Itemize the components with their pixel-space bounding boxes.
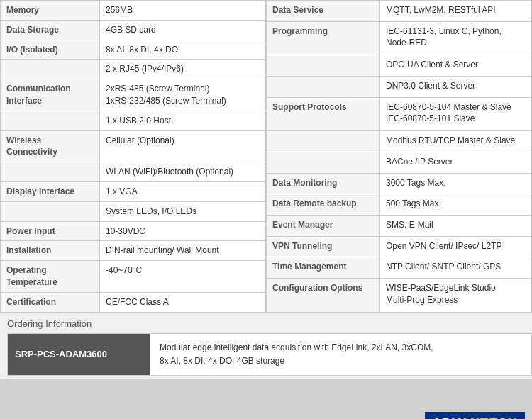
table-row: Event ManagerSMS, E-Mail bbox=[267, 215, 532, 236]
spec-label: Time Management bbox=[267, 257, 380, 279]
ordering-section: Ordering Information SRP-PCS-ADAM3600 Mo… bbox=[0, 313, 532, 379]
table-row: I/O (Isolated)8x AI, 8x DI, 4x DO bbox=[1, 40, 266, 60]
ordering-desc-line1: Modular edge intelligent data acquisitio… bbox=[160, 342, 433, 352]
table-row: System LEDs, I/O LEDs bbox=[1, 201, 266, 221]
logo-adv: ADV bbox=[432, 416, 460, 419]
table-row: Modbus RTU/TCP Master & Slave bbox=[267, 131, 532, 152]
spec-value: OPC-UA Client & Server bbox=[380, 55, 532, 77]
ordering-sku: SRP-PCS-ADAM3600 bbox=[8, 334, 150, 375]
spec-label: Display Interface bbox=[1, 181, 100, 201]
table-row: Data Monitoring3000 Tags Max. bbox=[267, 173, 532, 194]
table-row: Power Input10-30VDC bbox=[1, 221, 266, 241]
table-row: Wireless ConnectivityCellular (Optional) bbox=[1, 130, 266, 162]
table-row: Data Remote backup500 Tags Max. bbox=[267, 194, 532, 216]
spec-value: Cellular (Optional) bbox=[100, 130, 266, 162]
ordering-row: SRP-PCS-ADAM3600 Modular edge intelligen… bbox=[7, 333, 532, 376]
ordering-desc-line2: 8x AI, 8x DI, 4x DO, 4GB storage bbox=[160, 356, 284, 366]
table-row: VPN TunnelingOpen VPN Client/ IPsec/ L2T… bbox=[267, 236, 532, 257]
table-row: Data ServiceMQTT, LwM2M, RESTful API bbox=[267, 1, 532, 22]
spec-label bbox=[267, 152, 380, 173]
spec-label: Memory bbox=[1, 1, 100, 21]
table-row: Time ManagementNTP Client/ SNTP Client/ … bbox=[267, 257, 532, 279]
spec-value: WISE-PaaS/EdgeLink StudioMulti-Prog Expr… bbox=[380, 278, 532, 312]
spec-value: 500 Tags Max. bbox=[380, 194, 532, 216]
spec-value: Modbus RTU/TCP Master & Slave bbox=[380, 131, 532, 152]
logo-brand: ADVANTECH bbox=[432, 416, 518, 419]
spec-value: BACnet/IP Server bbox=[380, 152, 532, 173]
spec-value: WLAN (WiFi)/Bluetooth (Optional) bbox=[100, 162, 266, 182]
spec-value: 10-30VDC bbox=[100, 221, 266, 241]
table-row: WLAN (WiFi)/Bluetooth (Optional) bbox=[1, 162, 266, 182]
spec-tables: Memory256MBData Storage4GB SD cardI/O (I… bbox=[0, 0, 532, 313]
spec-label-empty bbox=[1, 60, 100, 79]
table-row: ProgrammingIEC-61131-3, Linux C, Python,… bbox=[267, 21, 532, 55]
spec-label bbox=[267, 131, 380, 152]
spec-label: Data Service bbox=[267, 1, 380, 22]
spec-value: MQTT, LwM2M, RESTful API bbox=[380, 1, 532, 22]
spec-value: IEC-60870-5-104 Master & SlaveIEC-60870-… bbox=[380, 97, 532, 131]
spec-value: 1 x VGA bbox=[100, 181, 266, 201]
spec-label: Power Input bbox=[1, 221, 100, 241]
spec-value: System LEDs, I/O LEDs bbox=[100, 201, 266, 221]
logo-antech: ANTECH bbox=[460, 416, 518, 419]
spec-value: 256MB bbox=[100, 1, 266, 21]
spec-label: Wireless Connectivity bbox=[1, 130, 100, 162]
table-row: Configuration OptionsWISE-PaaS/EdgeLink … bbox=[267, 278, 532, 312]
spec-value: 1 x USB 2.0 Host bbox=[100, 111, 266, 130]
left-spec-table: Memory256MBData Storage4GB SD cardI/O (I… bbox=[0, 0, 266, 313]
spec-value: IEC-61131-3, Linux C, Python, Node-RED bbox=[380, 21, 532, 55]
spec-value: 2 x RJ45 (IPv4/IPv6) bbox=[100, 60, 266, 79]
spec-value: -40~70°C bbox=[100, 261, 266, 293]
table-row: Support ProtocolsIEC-60870-5-104 Master … bbox=[267, 97, 532, 131]
spec-label: Operating Temperature bbox=[1, 261, 100, 293]
spec-label: Support Protocols bbox=[267, 97, 380, 131]
ordering-desc: Modular edge intelligent data acquisitio… bbox=[150, 334, 443, 375]
spec-value: SMS, E-Mail bbox=[380, 215, 532, 236]
table-row: DNP3.0 Client & Server bbox=[267, 76, 532, 97]
spec-label: Configuration Options bbox=[267, 278, 380, 312]
spec-label bbox=[267, 76, 380, 97]
spec-label: Programming bbox=[267, 21, 380, 55]
table-row: Communication Interface2xRS-485 (Screw T… bbox=[1, 79, 266, 111]
spec-label-empty bbox=[1, 201, 100, 221]
right-spec-table: Data ServiceMQTT, LwM2M, RESTful APIProg… bbox=[266, 0, 532, 313]
spec-label: Certification bbox=[1, 292, 100, 312]
table-row: InstallationDIN-rail mounting/ Wall Moun… bbox=[1, 241, 266, 261]
spec-label: I/O (Isolated) bbox=[1, 40, 100, 60]
spec-value: 2xRS-485 (Screw Terminal)1xRS-232/485 (S… bbox=[100, 79, 266, 111]
spec-value: CE/FCC Class A bbox=[100, 292, 266, 312]
spec-label-empty bbox=[1, 111, 100, 130]
table-row: 1 x USB 2.0 Host bbox=[1, 111, 266, 130]
spec-value: DIN-rail mounting/ Wall Mount bbox=[100, 241, 266, 261]
table-row: Display Interface1 x VGA bbox=[1, 181, 266, 201]
spec-value: 4GB SD card bbox=[100, 20, 266, 40]
spec-label-empty bbox=[1, 162, 100, 182]
spec-label: VPN Tunneling bbox=[267, 236, 380, 257]
ordering-title: Ordering Information bbox=[7, 318, 525, 329]
spec-label: Data Remote backup bbox=[267, 194, 380, 216]
table-row: 2 x RJ45 (IPv4/IPv6) bbox=[1, 60, 266, 79]
spec-label: Data Monitoring bbox=[267, 173, 380, 194]
spec-value: 8x AI, 8x DI, 4x DO bbox=[100, 40, 266, 60]
spec-label: Communication Interface bbox=[1, 79, 100, 111]
table-row: OPC-UA Client & Server bbox=[267, 55, 532, 77]
table-row: Memory256MB bbox=[1, 1, 266, 21]
footer-area: ADVANTECH Enabling an Inte... bbox=[0, 379, 532, 419]
advantech-logo: ADVANTECH Enabling an Inte... bbox=[425, 412, 525, 419]
spec-value: NTP Client/ SNTP Client/ GPS bbox=[380, 257, 532, 279]
table-row: BACnet/IP Server bbox=[267, 152, 532, 173]
spec-label bbox=[267, 55, 380, 77]
spec-label: Event Manager bbox=[267, 215, 380, 236]
spec-value: DNP3.0 Client & Server bbox=[380, 76, 532, 97]
spec-label: Installation bbox=[1, 241, 100, 261]
spec-label: Data Storage bbox=[1, 20, 100, 40]
spec-value: Open VPN Client/ IPsec/ L2TP bbox=[380, 236, 532, 257]
table-row: Data Storage4GB SD card bbox=[1, 20, 266, 40]
spec-value: 3000 Tags Max. bbox=[380, 173, 532, 194]
table-row: Operating Temperature-40~70°C bbox=[1, 261, 266, 293]
table-row: CertificationCE/FCC Class A bbox=[1, 292, 266, 312]
